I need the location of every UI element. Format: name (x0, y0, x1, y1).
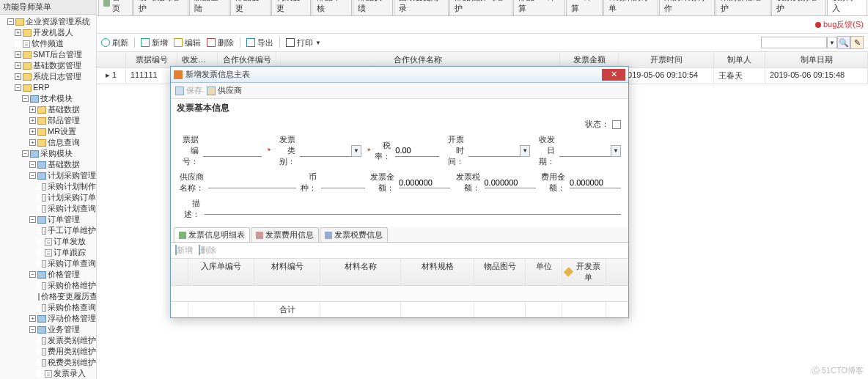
dcol-unit[interactable]: 单位 (526, 259, 562, 285)
tree-erp[interactable]: −ERP (15, 82, 96, 93)
col-dir[interactable]: 收发方向 (177, 52, 218, 67)
tree-item[interactable]: 手工订单维护 (37, 225, 96, 236)
save-button[interactable]: 保存 (175, 85, 202, 96)
dcol-wh[interactable]: 入库单编号 (188, 259, 254, 285)
dcol-drawing[interactable]: 物品图号 (474, 259, 526, 285)
export-button[interactable]: 导出 (246, 37, 273, 48)
tree-item[interactable]: +浮动价格管理 (29, 313, 96, 324)
chevron-down-icon[interactable]: ▼ (351, 145, 361, 157)
ticket-no-input[interactable] (203, 145, 262, 157)
col-make-date[interactable]: 制单日期 (765, 52, 868, 67)
tree-item[interactable]: −业务管理 (29, 324, 96, 335)
tab-7[interactable]: 图纸变更附录 (394, 0, 449, 15)
tree-item[interactable]: +基础数据 (29, 104, 96, 115)
bug-feedback-button[interactable]: bug反馈(S) (815, 19, 864, 30)
tab-8[interactable]: 部品低阶码维护 (449, 0, 512, 15)
tab-10[interactable]: MR计算 (566, 0, 603, 15)
tree-item[interactable]: +部品管理 (29, 115, 96, 126)
col-no[interactable]: 票据编号 (126, 52, 177, 67)
add-button[interactable]: 新增 (141, 37, 168, 48)
fee-input[interactable] (570, 177, 621, 188)
col-time[interactable]: 开票时间 (619, 52, 714, 67)
dcol-idx[interactable] (171, 259, 188, 285)
desc-input[interactable] (205, 203, 621, 215)
tree-item[interactable]: 费用类别维护 (37, 346, 96, 357)
tree-item[interactable]: −基础数据 (29, 159, 96, 170)
supplier-input[interactable] (208, 177, 296, 188)
tree-root[interactable]: −企业资源管理系统 (7, 16, 96, 27)
tree-item[interactable]: 订单跟踪 (37, 247, 96, 258)
tree-item[interactable]: 采购计划查询 (37, 203, 96, 214)
tab-3[interactable]: 部品变更 (230, 0, 271, 15)
tab-5[interactable]: 部品审核 (312, 0, 352, 15)
tree-item[interactable]: −计划采购管理 (29, 170, 96, 181)
tree-item[interactable]: −采购模块 (22, 148, 96, 159)
tab-fee[interactable]: 发票费用信息 (251, 227, 319, 242)
tab-14[interactable]: 发票类别维护 (771, 0, 826, 15)
dialog-titlebar[interactable]: 新增发票信息主表 ✕ (171, 67, 628, 83)
tab-detail[interactable]: 发票信息明细表 (174, 227, 250, 242)
tax-input[interactable] (485, 177, 536, 188)
tab-1[interactable]: 编码规则维护 (133, 0, 188, 15)
dcol-invoice[interactable]: 开发票单 (562, 259, 606, 285)
tree-item[interactable]: 采购价格维护 (37, 280, 96, 291)
tree-item[interactable]: −价格管理 (29, 269, 96, 280)
delete-button[interactable]: 删除 (207, 37, 234, 48)
tree-item[interactable]: 发票录入 (37, 368, 96, 379)
rate-input[interactable] (395, 145, 439, 157)
tree-item[interactable]: +开发机器人 (15, 27, 96, 38)
tree-item[interactable]: +SMT后台管理 (15, 49, 96, 60)
tree-item[interactable]: 发票类别维护 (37, 335, 96, 346)
dcol-spec[interactable]: 材料规格 (401, 259, 474, 285)
tree-item[interactable]: 采购订单查询 (37, 258, 96, 269)
tree-item[interactable]: 计划采购订单 (37, 192, 96, 203)
tree-item[interactable]: 采购计划制作 (37, 181, 96, 192)
tree-item[interactable]: −技术模块 (22, 93, 96, 104)
tab-11[interactable]: 计划采购订单 (603, 0, 658, 15)
amount-input[interactable] (399, 177, 450, 188)
tab-15[interactable]: 发票录入 (827, 0, 867, 15)
tree-item[interactable]: 订单发放 (37, 236, 96, 247)
tree-item[interactable]: +MR设置 (29, 126, 96, 137)
currency-input[interactable] (321, 177, 365, 188)
tree-item[interactable]: −订单管理 (29, 214, 96, 225)
tree-item[interactable]: 价格变更履历查询 (37, 291, 96, 302)
tree-item[interactable]: 税费类别维护 (37, 357, 96, 368)
print-button[interactable]: 打印▼ (286, 37, 321, 48)
dcol-matname[interactable]: 材料名称 (320, 259, 401, 285)
col-maker[interactable]: 制单人 (714, 52, 765, 67)
tab-2[interactable]: 新品登陆 (189, 0, 229, 15)
chevron-down-icon[interactable]: ▼ (611, 145, 621, 157)
bill-time-input[interactable] (468, 145, 520, 157)
detail-del-button[interactable]: 删除 (199, 245, 216, 256)
col-amt[interactable]: 发票金额 (560, 52, 619, 67)
dcol-matno[interactable]: 材料编号 (254, 259, 320, 285)
tree-item[interactable]: +信息查询 (29, 137, 96, 148)
tab-9[interactable]: 部品MR计算 (513, 0, 565, 15)
search-drop[interactable]: ▼ (827, 37, 837, 48)
tab-13[interactable]: 采购价格维护 (716, 0, 770, 15)
tree-item[interactable]: +基础数据管理 (15, 60, 96, 71)
edit-button[interactable]: 编辑 (174, 37, 201, 48)
state-checkbox[interactable] (612, 120, 621, 129)
search-input[interactable] (761, 37, 827, 48)
tab-4[interactable]: 构成变更 (271, 0, 312, 15)
tab-6[interactable]: 部品实绩 (353, 0, 393, 15)
tab-0[interactable]: 首页 (98, 0, 133, 15)
tab-12[interactable]: 采购计划制作 (659, 0, 714, 15)
tree-item[interactable]: +系统日志管理 (15, 71, 96, 82)
tree-item[interactable]: 采购价格查询 (37, 302, 96, 313)
recv-date-input[interactable] (559, 145, 611, 157)
tree-item[interactable]: 软件频道 (15, 38, 96, 49)
filter-icon[interactable]: ✎ (850, 36, 864, 49)
col-partner-name[interactable]: 合作伙伴名称 (276, 52, 560, 67)
col-idx[interactable] (97, 52, 126, 67)
tab-tax[interactable]: 发票税费信息 (320, 227, 388, 242)
detail-add-button[interactable]: 新增 (175, 245, 193, 256)
chevron-down-icon[interactable]: ▼ (520, 145, 530, 157)
invoice-type-input[interactable] (300, 145, 351, 157)
search-icon[interactable]: 🔍 (837, 36, 850, 49)
col-partner-no[interactable]: 合作伙伴编号 (218, 52, 276, 67)
supplier-button[interactable]: 供应商 (207, 85, 242, 96)
close-button[interactable]: ✕ (602, 69, 625, 81)
